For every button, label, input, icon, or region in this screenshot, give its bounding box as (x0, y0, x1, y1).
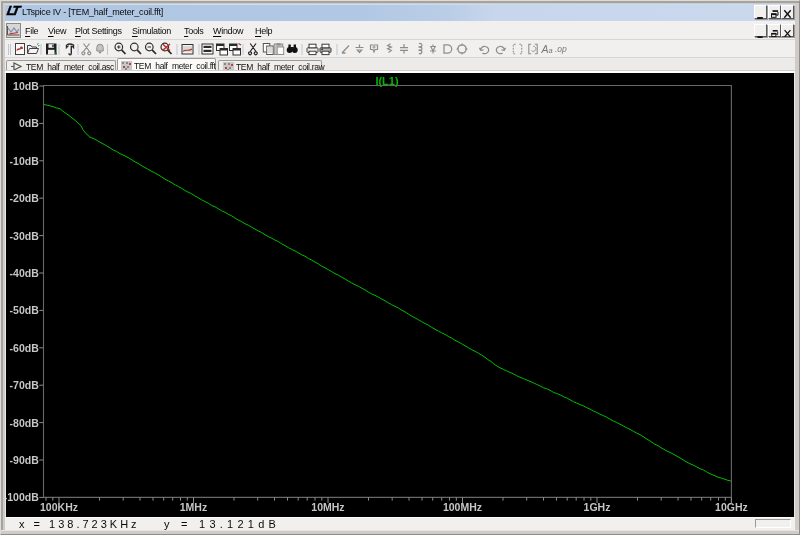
svg-text:-20dB: -20dB (10, 192, 40, 204)
svg-text:-100dB: -100dB (6, 491, 39, 503)
svg-text:.op: .op (555, 44, 567, 54)
svg-text:-30dB: -30dB (10, 230, 40, 242)
svg-text:100MHz: 100MHz (443, 501, 482, 513)
svg-text:-50dB: -50dB (10, 304, 40, 316)
svg-text:I(L1): I(L1) (375, 75, 399, 87)
svg-text:Aa: Aa (541, 43, 553, 55)
svg-text:-90dB: -90dB (10, 454, 40, 466)
svg-text:1GHz: 1GHz (584, 501, 611, 513)
svg-text:-60dB: -60dB (10, 342, 40, 354)
svg-text:10dB: 10dB (13, 80, 39, 92)
svg-text:10GHz: 10GHz (715, 501, 748, 513)
svg-text:0dB: 0dB (19, 117, 39, 129)
svg-text:1MHz: 1MHz (180, 501, 207, 513)
svg-text:10MHz: 10MHz (311, 501, 344, 513)
svg-text:-40dB: -40dB (10, 267, 40, 279)
svg-text:-10dB: -10dB (10, 155, 40, 167)
svg-text:-80dB: -80dB (10, 417, 40, 429)
svg-text:100KHz: 100KHz (40, 501, 78, 513)
svg-text:-70dB: -70dB (10, 379, 40, 391)
